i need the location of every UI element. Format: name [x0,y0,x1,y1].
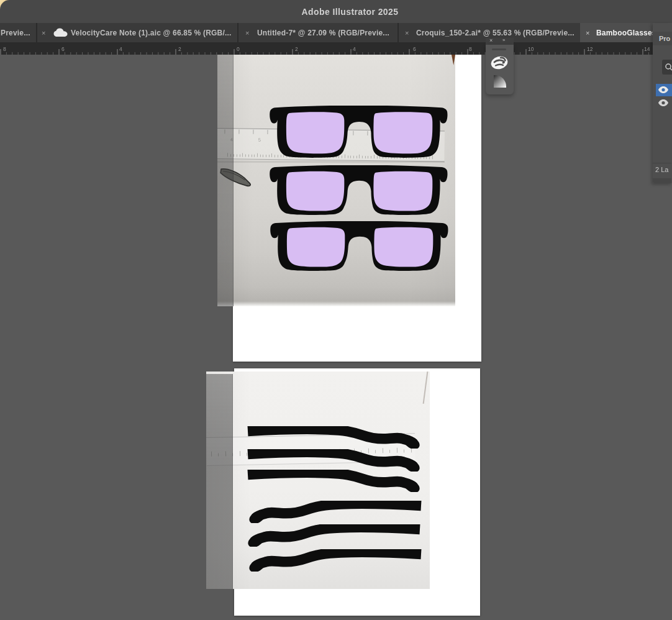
svg-text:8: 8 [3,46,6,52]
svg-text:12: 12 [587,46,593,52]
svg-text:4: 4 [353,46,356,52]
svg-text:2: 2 [295,46,298,52]
svg-text:6: 6 [413,46,416,52]
svg-text:6: 6 [61,46,65,52]
svg-text:4: 4 [119,46,122,52]
svg-text:2: 2 [178,46,181,52]
svg-text:8: 8 [469,46,472,52]
svg-text:0: 0 [237,46,240,52]
svg-text:14: 14 [644,46,650,52]
svg-text:10: 10 [528,46,534,52]
svg-text:5: 5 [258,137,261,143]
